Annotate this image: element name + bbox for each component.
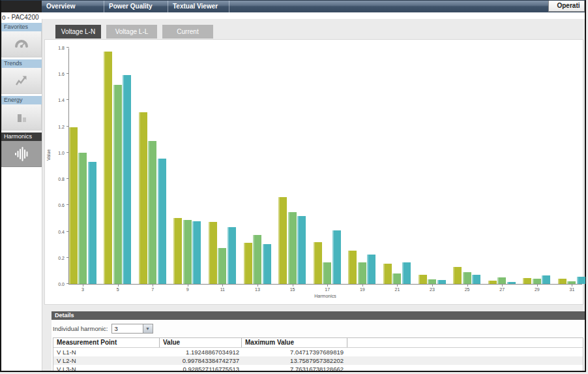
measurement-tab-bar: Voltage L-N Voltage L-L Current (55, 25, 213, 39)
bar-chart-icon (14, 110, 29, 125)
y-axis-label: Value (46, 149, 51, 161)
bar-highlight (323, 262, 324, 284)
sidebar-item-energy[interactable]: Energy (1, 96, 42, 131)
y-tick-label: 1.4 (58, 98, 65, 102)
bar-v-l2-n-h3 (78, 153, 87, 284)
tab-voltage-l-n[interactable]: Voltage L-N (55, 25, 101, 39)
bar-highlight (332, 230, 334, 284)
y-tick-label: 0.2 (58, 255, 65, 260)
individual-harmonic-select[interactable]: 3 ▼ (111, 324, 153, 334)
bar-highlight (358, 262, 359, 284)
bar-highlight (463, 272, 464, 284)
tab-current[interactable]: Current (162, 25, 213, 39)
x-tick-label: 27 (499, 287, 505, 292)
x-tick-label: 11 (220, 287, 225, 292)
column-header-maximum-value[interactable]: Maximum Value (241, 338, 347, 347)
bar-v-l3-n-h25 (472, 275, 480, 284)
bar-v-l1-n-h7 (139, 112, 147, 284)
x-tick-label: 25 (465, 287, 470, 292)
nav-tab-overview[interactable]: Overview (42, 1, 104, 12)
bar-highlight (148, 141, 149, 284)
bar-highlight (173, 218, 175, 284)
bar-highlight (392, 273, 394, 284)
bar-v-l3-n-h21 (402, 262, 411, 284)
nav-corner-block (1, 1, 42, 12)
maximum-value-cell: 13.7587957382202 (241, 356, 347, 365)
bar-v-l3-n-h3 (88, 162, 96, 284)
bar-highlight (472, 275, 473, 284)
y-tick-label: 0.4 (58, 229, 65, 234)
bar-highlight (253, 235, 254, 284)
chart-plot-area: 0.00.20.40.60.81.01.21.41.61.83579111315… (68, 48, 582, 285)
maximum-value-cell: 7.76316738128662 (241, 365, 347, 371)
x-tick-label: 21 (394, 287, 400, 292)
y-tick-label: 1.0 (58, 150, 65, 155)
sidebar-item-harmonics[interactable]: Harmonics (1, 132, 42, 167)
bar-v-l1-n-h11 (209, 222, 217, 284)
waveform-icon (13, 146, 30, 163)
bar-v-l3-n-h31 (577, 277, 585, 284)
column-header-value[interactable]: Value (159, 338, 241, 347)
bar-v-l1-n-h3 (69, 127, 78, 284)
chevron-down-icon[interactable]: ▼ (143, 324, 153, 333)
sidebar-item-trends[interactable]: Trends (1, 59, 42, 94)
column-header-empty (347, 338, 583, 347)
bar-v-l3-n-h7 (158, 159, 166, 284)
bar-highlight (367, 255, 368, 284)
x-tick-mark (502, 284, 503, 287)
value-cell: 0.928527116775513 (159, 365, 241, 371)
bar-highlight (139, 112, 140, 284)
bar-highlight (348, 251, 349, 284)
trend-up-icon (14, 73, 29, 89)
top-nav-bar: Overview Power Quality Textual Viewer (1, 1, 585, 12)
bar-v-l1-n-h31 (558, 279, 566, 284)
bar-v-l2-n-h23 (428, 279, 436, 284)
bar-highlight (297, 216, 299, 284)
bar-v-l3-n-h13 (263, 244, 271, 284)
y-tick-mark (66, 99, 69, 100)
x-tick-mark (327, 284, 328, 287)
nav-tab-power-quality[interactable]: Power Quality (104, 1, 168, 12)
measurement-point-cell: V L2-N (53, 356, 159, 365)
nav-spacer (229, 1, 585, 12)
bar-v-l1-n-h23 (419, 275, 427, 284)
nav-tab-textual-viewer[interactable]: Textual Viewer (168, 1, 229, 12)
bar-highlight (507, 282, 508, 284)
bar-v-l2-n-h29 (533, 279, 541, 284)
column-header-measurement-point[interactable]: Measurement Point (53, 338, 159, 347)
table-row[interactable]: V L2-N0.99784338474273713.7587957382202 (53, 356, 583, 365)
x-tick-label: 3 (81, 287, 84, 292)
empty-cell (347, 348, 583, 356)
bar-highlight (78, 153, 80, 284)
bar-highlight (228, 227, 229, 284)
bar-highlight (69, 127, 70, 284)
table-header-row: Measurement Point Value Maximum Value (53, 338, 583, 348)
bar-v-l2-n-h31 (567, 281, 576, 284)
bar-highlight (533, 279, 534, 284)
operating-button[interactable]: Operati (548, 1, 585, 12)
table-row[interactable]: V L1-N1.192488670349127.04717397689819 (53, 348, 583, 356)
measurement-table: Measurement Point Value Maximum Value V … (53, 337, 583, 371)
bar-v-l1-n-h17 (314, 242, 322, 284)
bar-v-l3-n-h9 (192, 221, 201, 284)
bar-v-l3-n-h15 (297, 216, 306, 284)
y-tick-label: 0.0 (58, 282, 65, 287)
tab-voltage-l-l[interactable]: Voltage L-L (106, 25, 157, 39)
x-tick-label: 9 (186, 287, 189, 292)
x-tick-mark (432, 284, 433, 287)
x-tick-mark (362, 284, 363, 287)
bar-highlight (437, 280, 439, 284)
details-section-body: Individual harmonic: 3 ▼ Measurement Poi… (51, 320, 585, 371)
bar-highlight (158, 159, 159, 284)
bar-v-l2-n-h19 (358, 262, 366, 284)
x-tick-label: 15 (290, 287, 295, 292)
bar-v-l2-n-h21 (392, 273, 401, 284)
details-section-header: Details (51, 311, 585, 320)
bar-highlight (278, 197, 280, 284)
table-row[interactable]: V L3-N0.9285271167755137.76316738128662 (53, 365, 583, 371)
bar-highlight (577, 277, 578, 284)
bar-v-l2-n-h9 (183, 220, 192, 284)
x-tick-label: 19 (360, 287, 365, 292)
x-tick-mark (83, 284, 83, 287)
sidebar-item-favorites[interactable]: Favorites (1, 23, 42, 57)
